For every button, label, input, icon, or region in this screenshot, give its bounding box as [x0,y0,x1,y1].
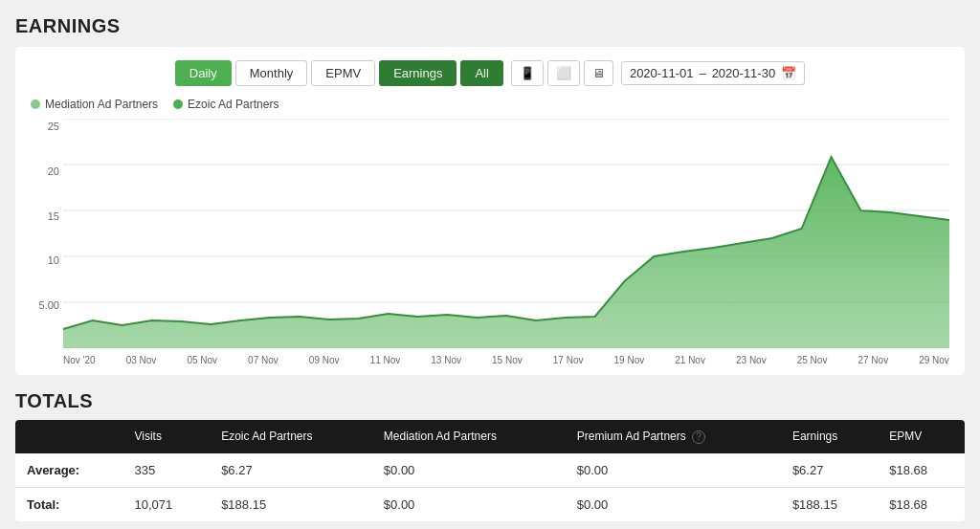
table-row-total: Total: 10,071 $188.15 $0.00 $0.00 $188.1… [15,487,965,521]
totals-header-row: Visits Ezoic Ad Partners Mediation Ad Pa… [15,420,965,453]
col-header-premium: Premium Ad Partners ? [566,420,781,453]
all-button[interactable]: All [460,60,502,86]
x-label-03nov: 03 Nov [126,355,157,365]
average-premium: $0.00 [566,453,781,488]
date-separator: – [699,66,705,80]
y-label-15: 15 [31,210,59,222]
total-label: Total: [15,487,123,521]
col-header-epmv: EPMV [878,420,965,453]
premium-info-icon: ? [692,430,705,444]
x-label-25nov: 25 Nov [797,355,828,365]
y-label-10: 10 [31,254,59,266]
x-label-05nov: 05 Nov [187,355,217,365]
ezoic-legend-label: Ezoic Ad Partners [188,98,278,111]
y-label-20: 20 [31,165,59,177]
average-epmv: $18.68 [878,453,965,488]
chart-svg-container: Nov '20 03 Nov 05 Nov 07 Nov 09 Nov 11 N… [63,119,949,365]
chart-legend: Mediation Ad Partners Ezoic Ad Partners [31,98,949,111]
date-end: 2020-11-30 [712,66,776,80]
table-row-average: Average: 335 $6.27 $0.00 $0.00 $6.27 $18… [15,453,965,488]
date-start: 2020-11-01 [630,66,694,80]
x-label-15nov: 15 Nov [492,355,523,365]
chart-controls: Daily Monthly EPMV Earnings All 📱 ⬜ 🖥 20… [31,60,949,86]
col-header-ezoic: Ezoic Ad Partners [210,420,372,453]
x-label-19nov: 19 Nov [614,355,645,365]
calendar-icon: 📅 [781,66,796,80]
chart-container: Daily Monthly EPMV Earnings All 📱 ⬜ 🖥 20… [15,47,965,375]
x-label-29nov: 29 Nov [919,355,949,365]
average-earnings: $6.27 [781,453,878,488]
desktop-icon-button[interactable]: 🖥 [584,60,613,86]
x-label-11nov: 11 Nov [370,355,401,365]
average-label: Average: [15,453,123,488]
x-label-13nov: 13 Nov [431,355,461,365]
col-header-label [15,420,123,453]
total-mediation: $0.00 [372,487,566,521]
x-label-09nov: 09 Nov [309,355,340,365]
totals-table-body: Average: 335 $6.27 $0.00 $0.00 $6.27 $18… [15,453,965,521]
x-axis-labels: Nov '20 03 Nov 05 Nov 07 Nov 09 Nov 11 N… [63,351,949,365]
col-header-mediation: Mediation Ad Partners [372,420,566,453]
ezoic-legend-dot [173,99,183,109]
monthly-button[interactable]: Monthly [235,60,308,86]
totals-table-head: Visits Ezoic Ad Partners Mediation Ad Pa… [15,420,965,453]
total-visits: 10,071 [123,487,211,521]
daily-button[interactable]: Daily [175,60,232,86]
x-label-21nov: 21 Nov [675,355,705,365]
chart-wrapper: 25 20 15 10 5.00 [31,119,949,365]
average-mediation: $0.00 [372,453,566,488]
epmv-button[interactable]: EPMV [311,60,375,86]
total-epmv: $18.68 [878,487,965,521]
totals-table: Visits Ezoic Ad Partners Mediation Ad Pa… [15,420,965,521]
earnings-title: EARNINGS [15,15,965,37]
x-label-17nov: 17 Nov [553,355,584,365]
total-premium: $0.00 [566,487,781,521]
x-label-23nov: 23 Nov [736,355,767,365]
mediation-legend-label: Mediation Ad Partners [45,98,158,111]
totals-title: TOTALS [15,390,965,412]
earnings-button[interactable]: Earnings [379,60,457,86]
y-axis: 25 20 15 10 5.00 [31,119,63,365]
chart-area-fill [63,157,949,348]
device-icons: 📱 ⬜ 🖥 [511,60,613,86]
x-label-nov20: Nov '20 [63,355,96,365]
chart-svg [63,119,949,348]
average-visits: 335 [123,453,211,488]
x-label-07nov: 07 Nov [248,355,278,365]
y-label-5: 5.00 [31,299,59,311]
col-header-visits: Visits [123,420,211,453]
mobile-icon-button[interactable]: 📱 [511,60,544,86]
ezoic-legend-item: Ezoic Ad Partners [173,98,278,111]
col-header-earnings: Earnings [781,420,878,453]
date-range-picker[interactable]: 2020-11-01 – 2020-11-30 📅 [621,61,805,85]
tablet-icon-button[interactable]: ⬜ [547,60,580,86]
mediation-legend-item: Mediation Ad Partners [31,98,158,111]
total-earnings: $188.15 [781,487,878,521]
average-ezoic: $6.27 [210,453,372,488]
y-label-25: 25 [31,121,59,132]
totals-section: TOTALS Visits Ezoic Ad Partners Mediatio… [15,390,965,521]
mediation-legend-dot [31,99,40,109]
total-ezoic: $188.15 [210,487,372,521]
x-label-27nov: 27 Nov [858,355,888,365]
